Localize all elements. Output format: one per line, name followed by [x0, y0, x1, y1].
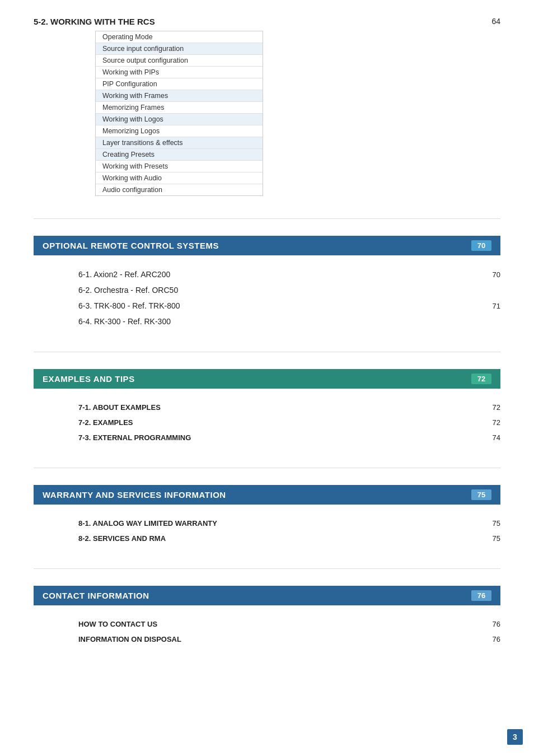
toc-item: PIP Configuration: [96, 78, 263, 90]
toc-item: Working with PIPs: [96, 67, 263, 78]
list-item: 7-1. ABOUT EXAMPLES72: [34, 400, 500, 415]
section-6: OPTIONAL REMOTE CONTROL SYSTEMS 70 6-1. …: [34, 236, 500, 329]
toc-item: Layer transitions & effects: [96, 137, 263, 149]
list-item: HOW TO CONTACT US76: [34, 617, 500, 632]
sub-item-page: 75: [484, 519, 500, 528]
section-52: 5-2. WORKING WITH THE RCS 64 Operating M…: [34, 17, 500, 196]
section-7: EXAMPLES AND TIPS 72 7-1. ABOUT EXAMPLES…: [34, 369, 500, 445]
section-9: CONTACT INFORMATION 76 HOW TO CONTACT US…: [34, 586, 500, 647]
section-6-page: 70: [471, 240, 491, 251]
list-item: 8-1. ANALOG WAY LIMITED WARRANTY75: [34, 516, 500, 531]
toc-item: Operating Mode: [96, 31, 263, 43]
page-number: 3: [507, 729, 523, 745]
toc-item: Source output configuration: [96, 55, 263, 67]
sub-item-label: HOW TO CONTACT US: [78, 620, 157, 628]
sub-item-page: 74: [484, 433, 500, 442]
toc-item: Memorizing Logos: [96, 125, 263, 137]
sub-item-page: 75: [484, 534, 500, 543]
list-item: 6-2. Orchestra - Ref. ORC50: [34, 282, 500, 298]
section-9-page: 76: [471, 590, 491, 601]
sub-item-label: 8-2. SERVICES AND RMA: [78, 534, 166, 543]
toc-item: Working with Frames: [96, 90, 263, 102]
sub-item-label: 6-3. TRK-800 - Ref. TRK-800: [78, 301, 180, 310]
divider-1: [34, 218, 500, 219]
toc-item: Source input configuration: [96, 43, 263, 55]
section-6-title: OPTIONAL REMOTE CONTROL SYSTEMS: [43, 241, 219, 250]
section-9-title: CONTACT INFORMATION: [43, 591, 149, 600]
sub-item-label: 6-1. Axion2 - Ref. ARC200: [78, 270, 170, 279]
section-7-title: EXAMPLES AND TIPS: [43, 374, 135, 384]
section-7-page: 72: [471, 374, 491, 384]
sub-item-label: INFORMATION ON DISPOSAL: [78, 635, 181, 643]
section-7-items: 7-1. ABOUT EXAMPLES727-2. EXAMPLES727-3.…: [34, 400, 500, 445]
sub-item-page: 76: [484, 620, 500, 628]
sub-item-label: 8-1. ANALOG WAY LIMITED WARRANTY: [78, 519, 217, 528]
toc-list: Operating ModeSource input configuration…: [95, 31, 263, 196]
list-item: 6-1. Axion2 - Ref. ARC20070: [34, 267, 500, 282]
section-6-header: OPTIONAL REMOTE CONTROL SYSTEMS 70: [34, 236, 500, 255]
divider-2: [34, 352, 500, 352]
sub-item-page: 76: [484, 635, 500, 643]
sub-item-page: 72: [484, 403, 500, 412]
section-6-items: 6-1. Axion2 - Ref. ARC200706-2. Orchestr…: [34, 267, 500, 329]
section-9-header: CONTACT INFORMATION 76: [34, 586, 500, 605]
list-item: 8-2. SERVICES AND RMA75: [34, 531, 500, 546]
divider-4: [34, 568, 500, 569]
toc-item: Memorizing Frames: [96, 102, 263, 114]
toc-item: Working with Logos: [96, 114, 263, 125]
toc-item: Working with Presets: [96, 161, 263, 172]
sub-item-label: 6-4. RK-300 - Ref. RK-300: [78, 317, 171, 326]
section-7-header: EXAMPLES AND TIPS 72: [34, 369, 500, 389]
section-52-title: 5-2. WORKING WITH THE RCS: [34, 17, 155, 26]
section-8-page: 75: [471, 489, 491, 500]
sub-item-page: 70: [484, 270, 500, 279]
sub-item-label: 7-2. EXAMPLES: [78, 418, 133, 427]
list-item: 7-2. EXAMPLES72: [34, 415, 500, 430]
sub-item-page: 71: [484, 302, 500, 310]
list-item: 6-4. RK-300 - Ref. RK-300: [34, 314, 500, 329]
sub-item-label: 7-3. EXTERNAL PROGRAMMING: [78, 433, 191, 442]
list-item: 7-3. EXTERNAL PROGRAMMING74: [34, 430, 500, 445]
section-8-title: WARRANTY AND SERVICES INFORMATION: [43, 490, 226, 500]
section-8: WARRANTY AND SERVICES INFORMATION 75 8-1…: [34, 485, 500, 546]
divider-3: [34, 468, 500, 468]
toc-item: Creating Presets: [96, 149, 263, 161]
toc-item: Working with Audio: [96, 172, 263, 184]
sub-item-label: 6-2. Orchestra - Ref. ORC50: [78, 286, 178, 295]
section-8-header: WARRANTY AND SERVICES INFORMATION 75: [34, 485, 500, 505]
sub-item-page: 72: [484, 418, 500, 427]
list-item: 6-3. TRK-800 - Ref. TRK-80071: [34, 298, 500, 314]
section-9-items: HOW TO CONTACT US76INFORMATION ON DISPOS…: [34, 617, 500, 647]
list-item: INFORMATION ON DISPOSAL76: [34, 632, 500, 647]
section-52-page: 64: [484, 17, 500, 26]
section-8-items: 8-1. ANALOG WAY LIMITED WARRANTY758-2. S…: [34, 516, 500, 546]
toc-item: Audio configuration: [96, 184, 263, 195]
sub-item-label: 7-1. ABOUT EXAMPLES: [78, 403, 161, 412]
